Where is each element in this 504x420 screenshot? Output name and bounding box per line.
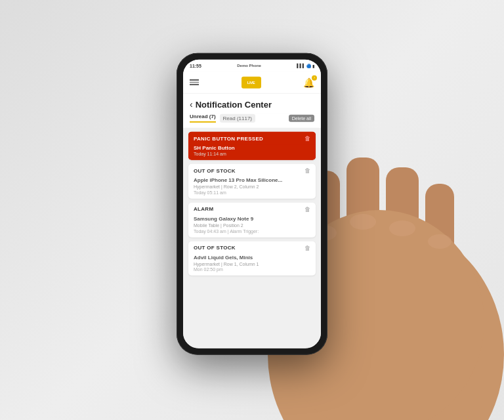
panic-item-name: SH Panic Button — [194, 145, 310, 151]
oos2-header: Out Of Stock 🗑 — [188, 241, 316, 254]
oos2-body: Advil Liquid Gels, Minis Hypermarket | R… — [188, 254, 316, 276]
back-button[interactable]: ‹ — [190, 99, 193, 110]
status-carrier: Demo Phone — [237, 64, 261, 68]
menu-button[interactable] — [190, 79, 199, 85]
status-time: 11:55 — [190, 63, 201, 68]
svg-point-9 — [389, 220, 415, 236]
oos2-type-label: Out Of Stock — [194, 245, 236, 251]
back-row: ‹ Notification Center — [190, 99, 314, 110]
alarm-item-name: Samsung Galaxy Note 9 — [194, 216, 310, 222]
wifi-icon: 🔵 — [306, 63, 311, 68]
oos1-detail: Hypermarket | Row 2, Column 2 — [194, 184, 310, 190]
alarm-body: Samsung Galaxy Note 9 Mobile Table | Pos… — [188, 216, 316, 238]
tab-read[interactable]: Read (1117) — [220, 114, 255, 122]
svg-point-8 — [350, 214, 376, 230]
oos2-time: Mon 02:50 pm — [194, 267, 310, 272]
alarm-time: Today 04:43 am | Alarm Trigger: — [194, 228, 310, 233]
oos2-item-name: Advil Liquid Gels, Minis — [194, 254, 310, 260]
oos2-delete-icon[interactable]: 🗑 — [304, 244, 310, 251]
oos1-header: Out Of Stock 🗑 — [188, 164, 316, 177]
scene: 11:55 Demo Phone ▌▌▌ 🔵 ▮ LIVE 🔔 — [0, 0, 504, 420]
phone-screen: 11:55 Demo Phone ▌▌▌ 🔵 ▮ LIVE 🔔 — [183, 60, 321, 348]
notification-alarm[interactable]: ALARM 🗑 Samsung Galaxy Note 9 Mobile Tab… — [188, 203, 316, 238]
svg-point-10 — [428, 234, 452, 249]
panic-header: PANIC BUTTON PRESSED 🗑 — [188, 132, 316, 145]
status-icons: ▌▌▌ 🔵 ▮ — [297, 63, 314, 68]
page-title: Notification Center — [196, 99, 272, 109]
alarm-header: ALARM 🗑 — [188, 203, 316, 216]
phone-device: 11:55 Demo Phone ▌▌▌ 🔵 ▮ LIVE 🔔 — [177, 53, 327, 355]
alarm-delete-icon[interactable]: 🗑 — [304, 206, 310, 213]
alarm-detail: Mobile Table | Position 2 — [194, 222, 310, 229]
tabs-row: Unread (7) Read (1117) Delete all — [183, 114, 321, 128]
notification-panic[interactable]: PANIC BUTTON PRESSED 🗑 SH Panic Button T… — [188, 132, 316, 160]
tab-unread[interactable]: Unread (7) — [190, 114, 216, 123]
panic-delete-icon[interactable]: 🗑 — [304, 135, 310, 142]
notification-count-badge: 7 — [312, 75, 317, 80]
status-bar: 11:55 Demo Phone ▌▌▌ 🔵 ▮ — [183, 60, 321, 72]
phone-body: 11:55 Demo Phone ▌▌▌ 🔵 ▮ LIVE 🔔 — [177, 53, 327, 355]
notification-out-of-stock-1[interactable]: Out Of Stock 🗑 Apple iPhone 13 Pro Max S… — [188, 164, 316, 199]
notification-list: PANIC BUTTON PRESSED 🗑 SH Panic Button T… — [183, 128, 321, 348]
top-nav: LIVE 🔔 7 — [183, 72, 321, 94]
oos1-item-name: Apple iPhone 13 Pro Max Silicone... — [194, 177, 310, 183]
panic-body: SH Panic Button Today 11:14 am — [188, 145, 316, 160]
signal-icon: ▌▌▌ — [297, 64, 305, 68]
delete-all-button[interactable]: Delete all — [289, 114, 314, 121]
notification-bell[interactable]: 🔔 7 — [303, 77, 314, 87]
panic-type-label: PANIC BUTTON PRESSED — [194, 135, 263, 141]
oos1-type-label: Out Of Stock — [194, 167, 236, 173]
alarm-type-label: ALARM — [194, 206, 213, 212]
oos1-time: Today 05:11 am — [194, 190, 310, 195]
panic-time: Today 11:14 am — [194, 152, 310, 156]
oos2-detail: Hypermarket | Row 1, Column 1 — [194, 261, 310, 267]
oos1-delete-icon[interactable]: 🗑 — [304, 167, 310, 174]
app-logo: LIVE — [242, 76, 261, 88]
page-header: ‹ Notification Center — [183, 94, 321, 114]
oos1-body: Apple iPhone 13 Pro Max Silicone... Hype… — [188, 177, 316, 199]
notification-out-of-stock-2[interactable]: Out Of Stock 🗑 Advil Liquid Gels, Minis … — [188, 241, 316, 276]
battery-icon: ▮ — [312, 63, 314, 68]
